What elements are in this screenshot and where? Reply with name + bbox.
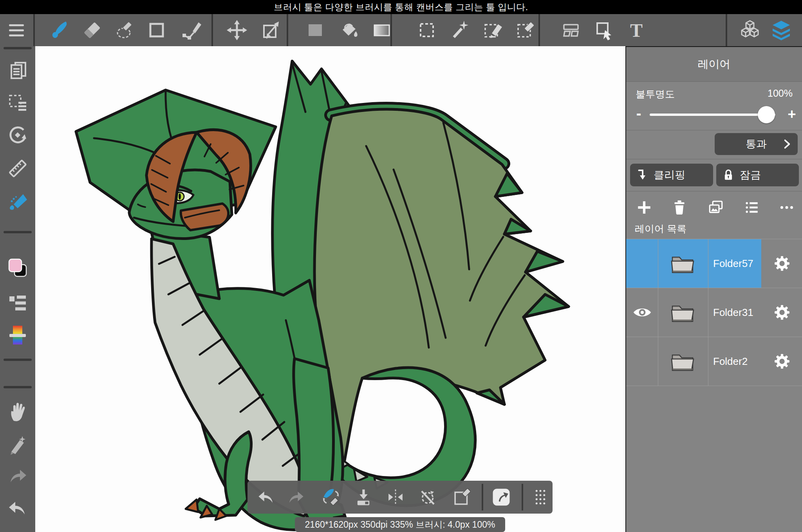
text-tool-button[interactable]: T [625,18,648,42]
select-eraser2-tool-button[interactable] [514,18,537,42]
layer-settings-gear-icon[interactable] [773,353,791,370]
clear-eraser-icon [452,487,472,507]
layer-settings-gear-icon[interactable] [773,255,791,272]
canvas-artwork-dragon [35,46,625,532]
blend-mode-button[interactable]: 통과 [715,133,798,155]
brush-list-button[interactable] [7,291,29,313]
brush-eraser-swap-icon [321,487,341,507]
panel-frames-icon [560,19,582,41]
brush-eraser-toggle-button[interactable] [321,487,341,507]
undo-button[interactable] [256,487,276,507]
transform-icon [259,19,281,41]
divide-frame-tool-button[interactable] [559,18,583,42]
curve-pen-tool-button[interactable] [179,18,202,42]
layer-settings-gear-icon[interactable] [773,304,791,321]
folder-icon [670,350,696,372]
text-icon: T [625,19,647,41]
select-menu-button[interactable] [7,92,29,114]
lock-label: 잠금 [740,168,761,182]
select-eraser-tool-button[interactable] [113,18,136,42]
layer-row-1[interactable]: Folder31 [626,288,802,337]
stylus-pen-icon [7,433,29,455]
layer-row-0[interactable]: Folder57 [626,239,802,288]
layer-list-label: 레이어 목록 [635,222,686,235]
pages-button[interactable] [7,60,29,81]
lasso-eraser-icon [114,19,135,41]
add-layer-button[interactable] [635,198,654,217]
redo-button[interactable] [285,487,306,507]
ruler-button[interactable] [7,157,29,179]
rotate-reset-button[interactable] [417,487,438,507]
clipping-button[interactable]: 클리핑 [630,164,713,186]
move-tool-button[interactable] [225,18,249,42]
panel-divider [626,191,802,191]
duplicate-layer-button[interactable] [706,198,725,217]
notification-text: 브러시 툴은 다양한 브러시를 통해 캔버스를 그리는 툴 입니다. [274,2,528,12]
opacity-plus-button[interactable]: + [784,104,800,124]
status-text: 2160*1620px 350dpi 335% 브러시: 4.0px 100% [305,519,495,530]
square-icon [146,19,168,41]
layer-row-2[interactable]: Folder2 [626,337,802,386]
brush-icon [49,19,70,41]
svg-text:T: T [630,20,643,41]
opacity-slider-track[interactable] [650,114,775,116]
toolbar-separator [33,14,35,46]
visibility-eye-icon[interactable] [632,306,652,319]
gradient-icon [371,19,393,41]
hand-tool-button[interactable] [7,400,29,422]
select-rect-tool-button[interactable] [415,18,439,42]
rotate-reset-button[interactable] [7,124,29,146]
material-panel-button[interactable] [738,18,762,42]
rainbow-picker-icon [7,324,29,346]
clipping-icon [636,168,648,182]
layers-icon [770,19,792,41]
share-button[interactable] [491,487,511,507]
color-swatch-button[interactable] [7,257,29,279]
toolbar-separator [522,484,523,510]
layer-list-view-button[interactable] [742,198,761,217]
panel-divider [626,159,802,159]
list-icon [743,199,760,216]
fill-tool-button[interactable] [303,18,327,42]
layer-name: Folder2 [713,337,748,386]
layers-panel-button[interactable] [769,18,793,42]
select-pen-tool-button[interactable] [481,18,504,42]
redo-icon [286,487,305,507]
stylus-button[interactable] [7,433,29,455]
menu-button[interactable] [5,18,28,42]
flip-horizontal-button[interactable] [385,487,406,507]
select-cursor-icon [593,19,615,41]
object-select-tool-button[interactable] [592,18,616,42]
brush-tool-button[interactable] [48,18,71,42]
gradient-tool-button[interactable] [370,18,394,42]
top-toolbar: T [0,14,802,46]
chevron-right-icon [781,138,793,150]
delete-layer-button[interactable] [670,198,689,217]
shape-tool-button[interactable] [145,18,168,42]
ruler-icon [7,157,29,179]
save-button[interactable] [353,487,374,507]
opacity-minus-button[interactable]: - [632,104,646,124]
bucket-tool-button[interactable] [337,18,360,42]
airbrush-button[interactable] [7,189,29,211]
eraser-tool-button[interactable] [80,18,104,42]
save-download-icon [354,487,373,507]
more-options-button[interactable] [777,198,796,217]
lock-icon [723,168,734,182]
sidebar-redo-button[interactable] [7,465,29,487]
magic-wand-tool-button[interactable] [448,18,472,42]
opacity-slider-knob[interactable] [758,106,775,123]
dots-grid-icon [531,487,550,507]
sidebar-undo-button[interactable] [7,497,29,519]
lock-button[interactable]: 잠금 [716,164,799,186]
layer-name: Folder31 [713,288,753,337]
clear-layer-button[interactable] [452,487,472,507]
drawing-canvas[interactable] [35,46,625,532]
share-icon [491,487,511,507]
transform-tool-button[interactable] [258,18,282,42]
color-picker-button[interactable] [7,324,29,346]
layers-panel: 레이어 불투명도 100% - + 통과 클리핑 [625,46,802,532]
toolbar-drag-handle[interactable] [530,487,551,507]
toolbar-separator [211,14,213,46]
plus-icon [636,199,653,216]
